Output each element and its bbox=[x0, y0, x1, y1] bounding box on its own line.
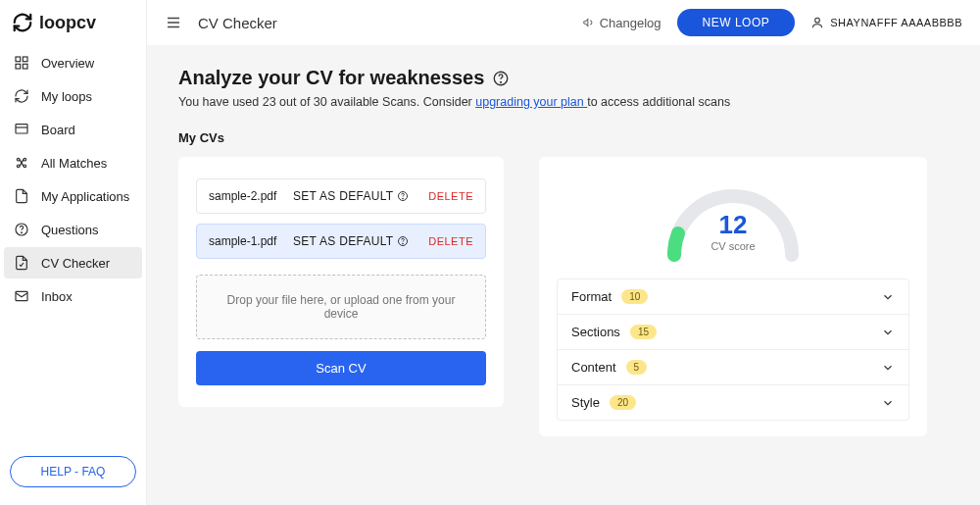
sidebar-item-label: CV Checker bbox=[41, 256, 110, 271]
scan-cv-button[interactable]: Scan CV bbox=[196, 351, 486, 385]
svg-rect-4 bbox=[16, 125, 27, 133]
dashboard-icon bbox=[14, 55, 29, 71]
accordion-label: Style bbox=[571, 395, 600, 410]
set-default-button[interactable]: SET AS DEFAULT bbox=[293, 189, 428, 203]
cv-score-gauge: 12 CV score bbox=[655, 177, 811, 265]
help-circle-icon bbox=[397, 235, 409, 247]
chevron-down-icon bbox=[881, 290, 895, 304]
changelog-label: Changelog bbox=[600, 16, 662, 30]
topbar: CV Checker Changelog NEW LOOP SHAYNAFFF … bbox=[147, 0, 980, 45]
accordion-label: Content bbox=[571, 360, 616, 375]
score-badge: 20 bbox=[610, 395, 636, 410]
chevron-down-icon bbox=[881, 396, 895, 410]
svg-point-20 bbox=[501, 81, 502, 82]
svg-point-22 bbox=[403, 198, 404, 199]
accordion-row-format[interactable]: Format 10 bbox=[558, 279, 908, 315]
user-name: SHAYNAFFF AAAABBBB bbox=[830, 17, 962, 28]
accordion-label: Sections bbox=[571, 325, 620, 339]
svg-rect-2 bbox=[16, 64, 21, 69]
sidebar-item-questions[interactable]: Questions bbox=[4, 214, 142, 245]
score-badge: 5 bbox=[626, 360, 648, 375]
mail-icon bbox=[14, 288, 29, 304]
sidebar-item-label: Inbox bbox=[41, 289, 73, 304]
my-cvs-label: My CVs bbox=[178, 130, 949, 145]
set-default-button[interactable]: SET AS DEFAULT bbox=[293, 234, 428, 248]
accordion-row-style[interactable]: Style 20 bbox=[558, 385, 908, 420]
set-default-label: SET AS DEFAULT bbox=[293, 189, 393, 203]
help-faq-button[interactable]: HELP - FAQ bbox=[10, 456, 136, 487]
sidebar: loopcv Overview My loops Board bbox=[0, 0, 147, 505]
delete-cv-button[interactable]: DELETE bbox=[428, 190, 473, 202]
megaphone-icon bbox=[582, 16, 596, 29]
chevron-down-icon bbox=[881, 326, 895, 339]
upload-dropzone[interactable]: Drop your file here, or upload one from … bbox=[196, 275, 486, 339]
svg-point-8 bbox=[17, 165, 20, 168]
new-loop-button[interactable]: NEW LOOP bbox=[677, 9, 796, 36]
sidebar-item-cvchecker[interactable]: CV Checker bbox=[4, 247, 142, 278]
accordion-label: Format bbox=[571, 289, 612, 304]
sidebar-item-label: My Applications bbox=[41, 189, 129, 204]
svg-point-18 bbox=[815, 18, 820, 23]
sidebar-nav: Overview My loops Board All Matches bbox=[0, 47, 146, 312]
sidebar-item-label: My loops bbox=[41, 89, 92, 104]
question-icon bbox=[14, 222, 29, 237]
sidebar-item-myloops[interactable]: My loops bbox=[4, 80, 142, 112]
sidebar-item-applications[interactable]: My Applications bbox=[4, 180, 142, 212]
svg-rect-3 bbox=[23, 64, 27, 69]
accordion-row-content[interactable]: Content 5 bbox=[558, 350, 908, 385]
chevron-down-icon bbox=[881, 361, 895, 375]
cv-score-value: 12 bbox=[655, 210, 811, 240]
svg-point-24 bbox=[403, 243, 404, 244]
sidebar-item-board[interactable]: Board bbox=[4, 114, 142, 145]
sidebar-item-matches[interactable]: All Matches bbox=[4, 147, 142, 178]
set-default-label: SET AS DEFAULT bbox=[293, 234, 393, 248]
cv-filename[interactable]: sample-2.pdf bbox=[209, 189, 293, 203]
cv-row: sample-2.pdf SET AS DEFAULT DELETE bbox=[196, 178, 486, 214]
content: Analyze your CV for weaknesses You have … bbox=[147, 45, 980, 458]
sidebar-item-overview[interactable]: Overview bbox=[4, 47, 142, 78]
refresh-icon bbox=[12, 12, 33, 33]
file-check-icon bbox=[14, 255, 29, 271]
score-badge: 10 bbox=[621, 289, 648, 304]
menu-icon[interactable] bbox=[165, 14, 182, 31]
svg-point-9 bbox=[24, 165, 26, 168]
brand-name: loopcv bbox=[39, 13, 96, 33]
sidebar-item-label: All Matches bbox=[41, 156, 107, 171]
refresh-small-icon bbox=[14, 88, 29, 104]
svg-rect-1 bbox=[23, 57, 27, 62]
accordion-row-sections[interactable]: Sections 15 bbox=[558, 315, 908, 350]
board-icon bbox=[14, 122, 29, 137]
page-heading: Analyze your CV for weaknesses bbox=[178, 67, 484, 89]
brand-logo[interactable]: loopcv bbox=[0, 12, 146, 47]
matches-icon bbox=[14, 155, 29, 171]
sub-prefix: You have used 23 out of 30 available Sca… bbox=[178, 95, 475, 109]
user-icon bbox=[810, 16, 824, 29]
cv-score-label: CV score bbox=[655, 240, 811, 252]
delete-cv-button[interactable]: DELETE bbox=[428, 235, 473, 247]
page-title: CV Checker bbox=[198, 15, 277, 31]
subheading: You have used 23 out of 30 available Sca… bbox=[178, 95, 949, 109]
cv-list-card: sample-2.pdf SET AS DEFAULT DELETE sampl… bbox=[178, 157, 504, 407]
svg-rect-0 bbox=[16, 57, 21, 62]
upgrade-plan-link[interactable]: upgrading your plan bbox=[475, 95, 587, 109]
score-badge: 15 bbox=[630, 325, 657, 339]
help-circle-icon[interactable] bbox=[492, 70, 510, 87]
score-card: 12 CV score Format 10 S bbox=[539, 157, 927, 436]
sidebar-item-inbox[interactable]: Inbox bbox=[4, 280, 142, 312]
score-breakdown: Format 10 Sections 15 bbox=[557, 278, 909, 421]
cv-row: sample-1.pdf SET AS DEFAULT DELETE bbox=[196, 224, 486, 259]
sidebar-item-label: Board bbox=[41, 123, 75, 137]
document-icon bbox=[14, 188, 29, 204]
sidebar-item-label: Overview bbox=[41, 56, 94, 71]
sidebar-item-label: Questions bbox=[41, 223, 99, 237]
main: CV Checker Changelog NEW LOOP SHAYNAFFF … bbox=[147, 0, 980, 505]
svg-point-7 bbox=[24, 158, 26, 161]
help-circle-icon bbox=[397, 190, 409, 202]
cv-filename[interactable]: sample-1.pdf bbox=[209, 234, 293, 248]
sub-suffix: to access additional scans bbox=[587, 95, 730, 109]
changelog-link[interactable]: Changelog bbox=[582, 16, 662, 30]
user-menu[interactable]: SHAYNAFFF AAAABBBB bbox=[810, 16, 962, 29]
svg-point-6 bbox=[17, 158, 20, 161]
svg-point-13 bbox=[22, 232, 23, 233]
